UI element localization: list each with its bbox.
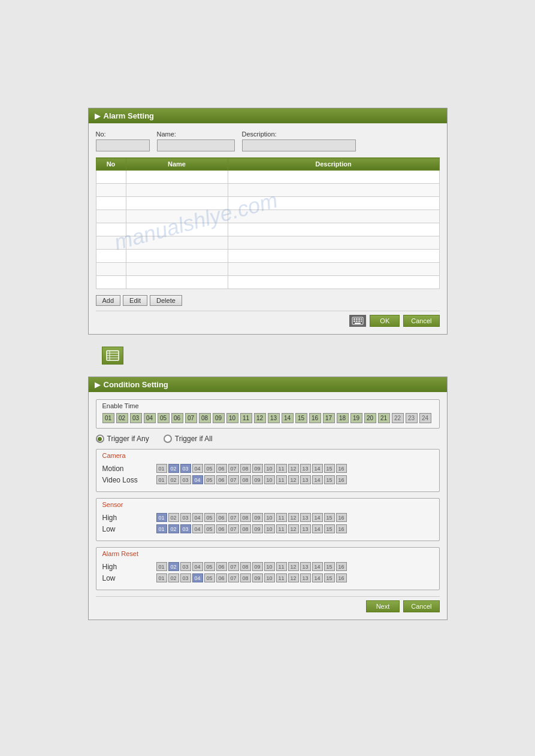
time-btn-02[interactable]: 02 — [116, 413, 128, 423]
time-btn-21[interactable]: 21 — [378, 413, 390, 423]
num-btn-10[interactable]: 10 — [264, 475, 275, 484]
num-btn-04[interactable]: 04 — [192, 464, 203, 473]
num-btn-08[interactable]: 08 — [240, 562, 251, 571]
num-btn-12[interactable]: 12 — [288, 524, 299, 533]
num-btn-03[interactable]: 03 — [180, 562, 191, 571]
num-btn-14[interactable]: 14 — [312, 464, 323, 473]
delete-button[interactable]: Delete — [150, 295, 182, 306]
num-btn-15[interactable]: 15 — [324, 573, 335, 582]
num-btn-13[interactable]: 13 — [300, 464, 311, 473]
num-btn-16[interactable]: 16 — [336, 475, 347, 484]
num-btn-16[interactable]: 16 — [336, 524, 347, 533]
table-row[interactable] — [96, 171, 439, 184]
num-btn-02[interactable]: 02 — [168, 475, 179, 484]
num-btn-06[interactable]: 06 — [216, 562, 227, 571]
num-btn-10[interactable]: 10 — [264, 562, 275, 571]
time-btn-13[interactable]: 13 — [268, 413, 280, 423]
num-btn-14[interactable]: 14 — [312, 475, 323, 484]
table-row[interactable] — [96, 276, 439, 289]
num-btn-12[interactable]: 12 — [288, 475, 299, 484]
num-btn-11[interactable]: 11 — [276, 464, 287, 473]
num-btn-14[interactable]: 14 — [312, 562, 323, 571]
num-btn-15[interactable]: 15 — [324, 464, 335, 473]
time-btn-08[interactable]: 08 — [199, 413, 211, 423]
num-btn-14[interactable]: 14 — [312, 524, 323, 533]
time-btn-07[interactable]: 07 — [185, 413, 197, 423]
time-btn-12[interactable]: 12 — [254, 413, 266, 423]
ok-button[interactable]: OK — [370, 315, 400, 327]
num-btn-01[interactable]: 01 — [156, 562, 167, 571]
num-btn-07[interactable]: 07 — [228, 475, 239, 484]
num-btn-05[interactable]: 05 — [204, 573, 215, 582]
num-btn-05[interactable]: 05 — [204, 524, 215, 533]
num-btn-09[interactable]: 09 — [252, 464, 263, 473]
num-btn-16[interactable]: 16 — [336, 573, 347, 582]
cancel-button-condition[interactable]: Cancel — [403, 600, 439, 612]
num-btn-11[interactable]: 11 — [276, 513, 287, 522]
icon-button-between[interactable] — [102, 347, 123, 365]
num-btn-05[interactable]: 05 — [204, 464, 215, 473]
time-btn-01[interactable]: 01 — [102, 413, 114, 423]
num-btn-07[interactable]: 07 — [228, 464, 239, 473]
num-btn-09[interactable]: 09 — [252, 513, 263, 522]
num-btn-10[interactable]: 10 — [264, 464, 275, 473]
num-btn-04[interactable]: 04 — [192, 524, 203, 533]
table-row[interactable] — [96, 197, 439, 210]
edit-button[interactable]: Edit — [123, 295, 147, 306]
num-btn-15[interactable]: 15 — [324, 562, 335, 571]
time-btn-14[interactable]: 14 — [282, 413, 294, 423]
time-btn-20[interactable]: 20 — [364, 413, 376, 423]
time-btn-23[interactable]: 23 — [406, 413, 418, 423]
num-btn-13[interactable]: 13 — [300, 573, 311, 582]
time-btn-16[interactable]: 16 — [309, 413, 321, 423]
num-btn-08[interactable]: 08 — [240, 524, 251, 533]
num-btn-07[interactable]: 07 — [228, 562, 239, 571]
time-btn-04[interactable]: 04 — [144, 413, 156, 423]
num-btn-07[interactable]: 07 — [228, 513, 239, 522]
next-button[interactable]: Next — [366, 600, 400, 612]
num-btn-12[interactable]: 12 — [288, 464, 299, 473]
trigger-any-label[interactable]: Trigger if Any — [96, 435, 149, 443]
num-btn-06[interactable]: 06 — [216, 475, 227, 484]
num-btn-15[interactable]: 15 — [324, 524, 335, 533]
num-btn-11[interactable]: 11 — [276, 562, 287, 571]
num-btn-05[interactable]: 05 — [204, 513, 215, 522]
time-btn-15[interactable]: 15 — [295, 413, 307, 423]
num-btn-03[interactable]: 03 — [180, 464, 191, 473]
num-btn-10[interactable]: 10 — [264, 524, 275, 533]
num-btn-08[interactable]: 08 — [240, 475, 251, 484]
name-input[interactable] — [157, 139, 235, 151]
num-btn-03[interactable]: 03 — [180, 573, 191, 582]
add-button[interactable]: Add — [96, 295, 121, 306]
table-row[interactable] — [96, 184, 439, 197]
num-btn-16[interactable]: 16 — [336, 464, 347, 473]
num-btn-02[interactable]: 02 — [168, 513, 179, 522]
time-btn-22[interactable]: 22 — [392, 413, 404, 423]
num-btn-09[interactable]: 09 — [252, 475, 263, 484]
num-btn-08[interactable]: 08 — [240, 573, 251, 582]
trigger-any-radio[interactable] — [96, 435, 104, 443]
num-btn-16[interactable]: 16 — [336, 513, 347, 522]
num-btn-05[interactable]: 05 — [204, 475, 215, 484]
num-btn-01[interactable]: 01 — [156, 464, 167, 473]
num-btn-15[interactable]: 15 — [324, 513, 335, 522]
num-btn-13[interactable]: 13 — [300, 513, 311, 522]
description-input[interactable] — [242, 139, 356, 151]
num-btn-04[interactable]: 04 — [192, 573, 203, 582]
num-btn-02[interactable]: 02 — [168, 573, 179, 582]
time-btn-18[interactable]: 18 — [337, 413, 349, 423]
num-btn-03[interactable]: 03 — [180, 513, 191, 522]
num-btn-14[interactable]: 14 — [312, 573, 323, 582]
num-btn-08[interactable]: 08 — [240, 464, 251, 473]
time-btn-06[interactable]: 06 — [171, 413, 183, 423]
time-btn-11[interactable]: 11 — [240, 413, 252, 423]
time-btn-05[interactable]: 05 — [158, 413, 170, 423]
num-btn-10[interactable]: 10 — [264, 573, 275, 582]
num-btn-07[interactable]: 07 — [228, 573, 239, 582]
num-btn-06[interactable]: 06 — [216, 524, 227, 533]
num-btn-12[interactable]: 12 — [288, 513, 299, 522]
num-btn-10[interactable]: 10 — [264, 513, 275, 522]
num-btn-13[interactable]: 13 — [300, 524, 311, 533]
table-row[interactable] — [96, 210, 439, 223]
num-btn-09[interactable]: 09 — [252, 562, 263, 571]
